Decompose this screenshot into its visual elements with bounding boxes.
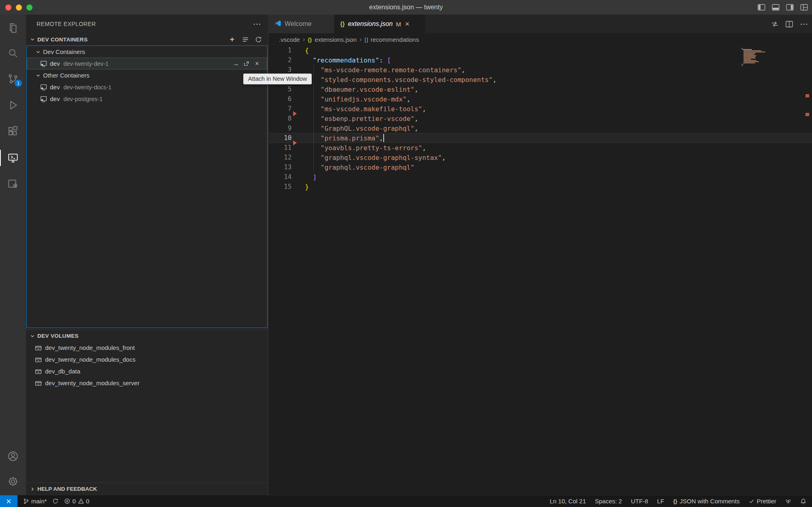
close-tab-icon[interactable]: × xyxy=(405,20,410,28)
line-number: 1 xyxy=(269,47,292,54)
code-line[interactable]: 7 "ms-vscode.makefile-tools", xyxy=(269,104,812,114)
volume-item-row[interactable]: dev_twenty_node_modules_docs xyxy=(26,354,268,365)
run-debug-icon[interactable] xyxy=(0,95,26,116)
breadcrumb-symbol[interactable]: recommendations xyxy=(371,36,419,43)
source-control-icon[interactable]: 1 xyxy=(0,68,26,89)
dev-volumes-section-header[interactable]: DEV VOLUMES xyxy=(26,330,268,342)
sidebar-more-actions-icon[interactable]: ⋯ xyxy=(253,19,261,29)
dev-volumes-list: dev_twenty_node_modules_frontdev_twenty_… xyxy=(26,342,268,389)
window-controls xyxy=(5,4,32,11)
chevron-down-icon xyxy=(35,49,41,55)
json-file-icon: {} xyxy=(340,21,345,27)
minimap[interactable] xyxy=(741,48,768,66)
breadcrumb: .vscode › {} extensions.json › [ ] recom… xyxy=(269,33,812,45)
code-editor[interactable]: 1{2 "recommendations": [3 "ms-vscode-rem… xyxy=(269,45,812,495)
code-line[interactable]: 14 ] xyxy=(269,172,812,182)
line-number: 6 xyxy=(269,95,292,103)
code-line[interactable]: 1{ xyxy=(269,45,812,55)
cursor-position-status[interactable]: Ln 10, Col 21 xyxy=(550,498,586,505)
volume-icon xyxy=(35,344,42,351)
line-number: 2 xyxy=(269,56,292,64)
formatter-status[interactable]: Prettier xyxy=(749,498,776,505)
line-number: 8 xyxy=(269,115,292,122)
tab-welcome[interactable]: Welcome xyxy=(269,15,335,33)
volume-icon xyxy=(35,368,42,375)
code-line[interactable]: 8 "esbenp.prettier-vscode", xyxy=(269,114,812,123)
search-icon[interactable] xyxy=(0,43,26,64)
chevron-right-icon xyxy=(29,486,36,492)
attach-new-window-tooltip: Attach in New Window xyxy=(243,73,312,84)
status-bar: main* 0 0 Ln 10, Col 21 Spaces: 2 UTF-8 … xyxy=(0,495,812,507)
chevron-down-icon xyxy=(29,333,36,339)
help-and-feedback-section-header[interactable]: HELP AND FEEDBACK xyxy=(26,483,268,495)
customize-layout-icon[interactable] xyxy=(800,4,808,11)
window-title: extensions.json — twenty xyxy=(0,4,812,11)
add-container-icon[interactable]: + xyxy=(227,35,237,44)
code-line[interactable]: 10 "prisma.prisma", xyxy=(269,133,812,143)
settings-gear-icon[interactable] xyxy=(0,471,26,492)
toggle-panel-icon[interactable] xyxy=(772,4,780,11)
container-group-row[interactable]: Other Containers xyxy=(27,69,267,81)
code-line[interactable]: 9 "GraphQL.vscode-graphql", xyxy=(269,123,812,133)
accounts-icon[interactable] xyxy=(0,446,26,467)
container-icon xyxy=(40,60,47,67)
refresh-icon[interactable] xyxy=(253,35,263,44)
tab-extensions-json[interactable]: {} extensions.json M × xyxy=(335,15,425,33)
code-line[interactable]: 15} xyxy=(269,182,812,192)
activity-bar: 1 xyxy=(0,15,26,495)
code-line[interactable]: 4 "styled-components.vscode-styled-compo… xyxy=(269,75,812,84)
toggle-secondary-sidebar-icon[interactable] xyxy=(786,4,794,11)
volume-item-row[interactable]: dev_twenty_node_modules_server xyxy=(26,377,268,389)
container-item-row[interactable]: devdev-twenty-dev-1→× xyxy=(27,58,267,69)
volume-icon xyxy=(35,356,42,363)
problems-status[interactable]: 0 0 xyxy=(64,498,89,505)
minimize-window-button[interactable] xyxy=(16,4,22,11)
attach-container-icon[interactable]: → xyxy=(231,59,240,68)
container-item-row[interactable]: devdev-postgres-1 xyxy=(27,93,267,105)
warnings-icon xyxy=(78,498,84,504)
close-window-button[interactable] xyxy=(5,4,11,11)
container-group-row[interactable]: Dev Containers xyxy=(27,46,267,58)
dev-containers-section-header[interactable]: DEV CONTAINERS + xyxy=(26,33,268,45)
notifications-bell-icon[interactable] xyxy=(800,498,806,505)
container-item-row[interactable]: devdev-twenty-docs-1 xyxy=(27,81,267,93)
language-mode-status[interactable]: {} JSON with Comments xyxy=(673,498,740,505)
code-line[interactable]: 5 "dbaeumer.vscode-eslint", xyxy=(269,84,812,94)
remote-explorer-icon[interactable] xyxy=(0,147,26,168)
show-details-icon[interactable] xyxy=(240,35,250,44)
eol-status[interactable]: LF xyxy=(657,498,664,505)
feedback-icon[interactable] xyxy=(785,498,791,504)
split-editor-icon[interactable] xyxy=(786,21,793,28)
code-line[interactable]: 2 "recommendations": [ xyxy=(269,55,812,65)
dev-containers-tree: Dev Containersdevdev-twenty-dev-1→×Other… xyxy=(26,45,268,328)
sync-status[interactable] xyxy=(52,498,58,504)
extensions-icon[interactable] xyxy=(0,121,26,142)
zoom-window-button[interactable] xyxy=(26,4,32,11)
stop-container-icon[interactable]: × xyxy=(253,59,261,68)
code-lines: 1{2 "recommendations": [3 "ms-vscode-rem… xyxy=(269,45,812,192)
code-line[interactable]: 11 "yoavbls.pretty-ts-errors", xyxy=(269,143,812,153)
containers-icon[interactable] xyxy=(0,173,26,194)
explorer-icon[interactable] xyxy=(0,17,26,39)
code-line[interactable]: 6 "unifiedjs.vscode-mdx", xyxy=(269,94,812,104)
indentation-status[interactable]: Spaces: 2 xyxy=(595,498,622,505)
sync-icon xyxy=(52,498,58,504)
git-branch-status[interactable]: main* xyxy=(23,498,47,505)
toggle-primary-sidebar-icon[interactable] xyxy=(758,4,765,11)
breadcrumb-file[interactable]: extensions.json xyxy=(315,36,356,43)
volume-item-row[interactable]: dev_twenty_node_modules_front xyxy=(26,342,268,354)
editor-more-actions-icon[interactable]: ⋯ xyxy=(800,19,808,29)
line-number: 13 xyxy=(269,164,292,171)
open-changes-icon[interactable] xyxy=(771,21,779,28)
code-line[interactable]: 13 "graphql.vscode-graphql" xyxy=(269,162,812,172)
attach-new-window-icon[interactable] xyxy=(242,59,251,68)
errors-icon xyxy=(64,498,70,504)
breadcrumb-vscode[interactable]: .vscode xyxy=(279,36,300,43)
overview-ruler-mark xyxy=(806,94,809,97)
code-line[interactable]: 12 "graphql.vscode-graphql-syntax", xyxy=(269,153,812,162)
remote-indicator[interactable] xyxy=(0,495,17,507)
encoding-status[interactable]: UTF-8 xyxy=(631,498,648,505)
code-line[interactable]: 3 "ms-vscode-remote.remote-containers", xyxy=(269,65,812,75)
line-number: 12 xyxy=(269,154,292,161)
volume-item-row[interactable]: dev_db_data xyxy=(26,365,268,377)
